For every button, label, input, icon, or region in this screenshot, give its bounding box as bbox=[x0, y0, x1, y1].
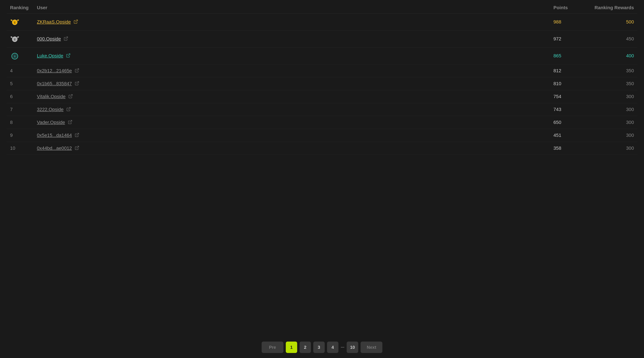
svg-line-13 bbox=[76, 69, 79, 71]
silver-medal-icon: 2 bbox=[10, 34, 20, 44]
rank-number: 6 bbox=[10, 94, 13, 99]
rank-cell: 2 bbox=[10, 34, 37, 44]
user-cell: 3222.Opside bbox=[37, 107, 554, 112]
rewards-cell: 350 bbox=[587, 68, 634, 74]
rewards-cell: 300 bbox=[587, 94, 634, 99]
external-link-icon[interactable] bbox=[75, 81, 79, 86]
table-row: 5 0x1b65...835847 810 350 bbox=[7, 77, 637, 90]
rank-number: 5 bbox=[10, 81, 13, 86]
points-cell: 988 bbox=[554, 19, 587, 25]
svg-text:2: 2 bbox=[14, 38, 16, 41]
points-cell: 650 bbox=[554, 120, 587, 125]
rank-cell: 8 bbox=[10, 120, 37, 125]
rank-cell: 4 bbox=[10, 68, 37, 74]
user-cell: 0x44bd...ae0012 bbox=[37, 146, 554, 151]
username[interactable]: 000.Opside bbox=[37, 36, 61, 42]
points-cell: 810 bbox=[554, 81, 587, 86]
username[interactable]: ZKRaaS.Opside bbox=[37, 19, 71, 25]
user-cell: 0x2b12...21465e bbox=[37, 68, 554, 74]
points-cell: 451 bbox=[554, 133, 587, 138]
points-cell: 754 bbox=[554, 94, 587, 99]
username[interactable]: 0x1b65...835847 bbox=[37, 81, 72, 86]
user-cell: 0x1b65...835847 bbox=[37, 81, 554, 86]
col-ranking-header: Ranking bbox=[10, 5, 37, 10]
svg-text:3: 3 bbox=[14, 55, 16, 58]
rank-number: 9 bbox=[10, 133, 13, 138]
table-row: 6 Vitalik.Opside 754 300 bbox=[7, 90, 637, 103]
points-cell: 812 bbox=[554, 68, 587, 74]
svg-text:1: 1 bbox=[14, 21, 16, 24]
pagination: Pre 1 2 3 4 ··· 10 Next bbox=[0, 338, 644, 358]
page-dots: ··· bbox=[341, 345, 344, 350]
rank-cell: 6 bbox=[10, 94, 37, 99]
rank-cell: 5 bbox=[10, 81, 37, 86]
external-link-icon[interactable] bbox=[68, 94, 73, 99]
rank-number: 4 bbox=[10, 68, 13, 74]
external-link-icon[interactable] bbox=[64, 36, 68, 42]
table-row: 3 Luke.Opside 865 400 bbox=[7, 48, 637, 64]
rewards-cell: 300 bbox=[587, 120, 634, 125]
rewards-cell: 450 bbox=[587, 36, 634, 42]
user-cell: 0x5e15...da1464 bbox=[37, 133, 554, 138]
page-10-button[interactable]: 10 bbox=[347, 342, 358, 353]
page-4-button[interactable]: 4 bbox=[327, 342, 338, 353]
rewards-cell: 400 bbox=[587, 53, 634, 58]
col-points-header: Points bbox=[554, 5, 587, 10]
table-row: 7 3222.Opside 743 300 bbox=[7, 103, 637, 116]
svg-line-19 bbox=[76, 146, 79, 148]
username[interactable]: 0x5e15...da1464 bbox=[37, 133, 72, 138]
points-cell: 865 bbox=[554, 53, 587, 58]
user-cell: Luke.Opside bbox=[37, 53, 554, 58]
username[interactable]: Vader.Opside bbox=[37, 120, 65, 125]
rank-number: 8 bbox=[10, 120, 13, 125]
rewards-cell: 300 bbox=[587, 133, 634, 138]
external-link-icon[interactable] bbox=[68, 120, 72, 125]
svg-line-18 bbox=[76, 133, 79, 136]
points-cell: 972 bbox=[554, 36, 587, 42]
svg-line-7 bbox=[66, 37, 68, 39]
leaderboard-container: Ranking User Points Ranking Rewards 1 ZK… bbox=[0, 0, 644, 338]
table-row: 9 0x5e15...da1464 451 300 bbox=[7, 129, 637, 142]
table-row: 10 0x44bd...ae0012 358 300 bbox=[7, 142, 637, 155]
page-3-button[interactable]: 3 bbox=[313, 342, 325, 353]
points-cell: 358 bbox=[554, 146, 587, 151]
rank-cell: 1 bbox=[10, 17, 37, 27]
rewards-cell: 300 bbox=[587, 146, 634, 151]
external-link-icon[interactable] bbox=[74, 19, 78, 25]
col-rewards-header: Ranking Rewards bbox=[587, 5, 634, 10]
external-link-icon[interactable] bbox=[75, 146, 79, 151]
prev-button[interactable]: Pre bbox=[262, 342, 284, 353]
username[interactable]: 3222.Opside bbox=[37, 107, 64, 112]
username[interactable]: Luke.Opside bbox=[37, 53, 63, 58]
external-link-icon[interactable] bbox=[75, 133, 79, 138]
user-cell: Vader.Opside bbox=[37, 120, 554, 125]
user-cell: 000.Opside bbox=[37, 36, 554, 42]
table-body: 1 ZKRaaS.Opside 988 500 2 000.Opside bbox=[7, 14, 637, 155]
username[interactable]: Vitalik.Opside bbox=[37, 94, 66, 99]
points-cell: 743 bbox=[554, 107, 587, 112]
svg-line-16 bbox=[68, 108, 70, 110]
svg-line-12 bbox=[68, 54, 70, 56]
external-link-icon[interactable] bbox=[66, 53, 70, 58]
next-button[interactable]: Next bbox=[360, 342, 382, 353]
bronze-medal-icon: 3 bbox=[10, 51, 20, 60]
table-row: 2 000.Opside 972 450 bbox=[7, 30, 637, 48]
username[interactable]: 0x44bd...ae0012 bbox=[37, 146, 72, 151]
svg-line-15 bbox=[70, 94, 72, 97]
col-user-header: User bbox=[37, 5, 554, 10]
rank-cell: 3 bbox=[10, 51, 37, 60]
username[interactable]: 0x2b12...21465e bbox=[37, 68, 72, 74]
page-1-button[interactable]: 1 bbox=[286, 342, 297, 353]
rank-number: 7 bbox=[10, 107, 13, 112]
user-cell: ZKRaaS.Opside bbox=[37, 19, 554, 25]
external-link-icon[interactable] bbox=[66, 107, 71, 112]
table-row: 8 Vader.Opside 650 300 bbox=[7, 116, 637, 129]
page-2-button[interactable]: 2 bbox=[300, 342, 311, 353]
external-link-icon[interactable] bbox=[75, 68, 79, 74]
table-header: Ranking User Points Ranking Rewards bbox=[7, 5, 637, 14]
rewards-cell: 350 bbox=[587, 81, 634, 86]
rank-cell: 7 bbox=[10, 107, 37, 112]
rank-number: 10 bbox=[10, 146, 15, 151]
rewards-cell: 500 bbox=[587, 19, 634, 25]
table-row: 4 0x2b12...21465e 812 350 bbox=[7, 64, 637, 77]
